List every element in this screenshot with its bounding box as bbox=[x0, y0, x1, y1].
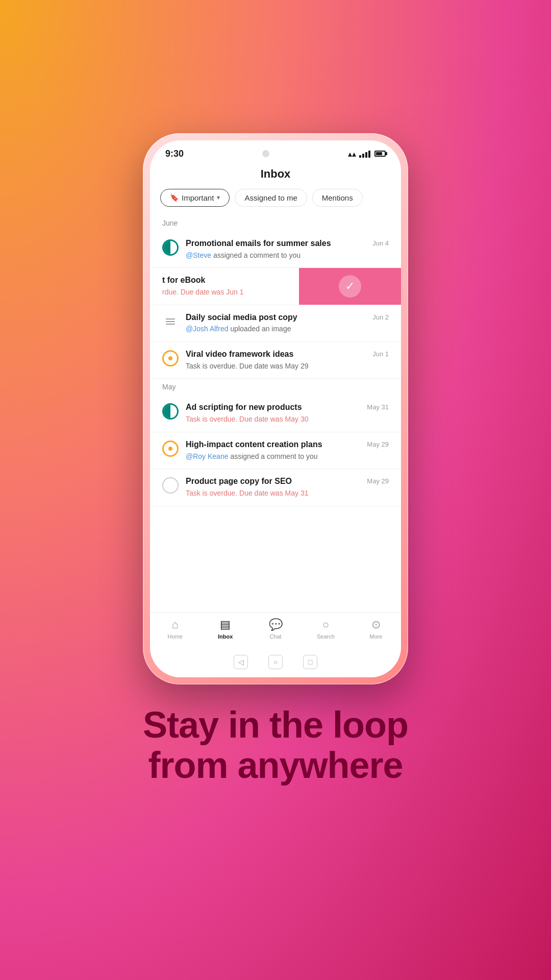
wifi-icon: ▴▴ bbox=[348, 149, 356, 159]
tab-important[interactable]: 🔖 Important ▾ bbox=[160, 189, 230, 207]
item-subtitle: Task is overdue. Due date was May 29 bbox=[186, 361, 367, 372]
task-icon-teal bbox=[162, 403, 179, 420]
list-item[interactable]: Viral video framework ideas Task is over… bbox=[150, 342, 401, 379]
item-subtitle: @Josh Alfred uploaded an image bbox=[186, 324, 367, 334]
overdue-text: Task is overdue. Due date was May 31 bbox=[186, 489, 308, 497]
nav-search[interactable]: ○ Search bbox=[300, 618, 350, 640]
mention-josh: @Josh Alfred bbox=[186, 325, 228, 333]
item-subtitle: @Steve assigned a comment to you bbox=[186, 251, 367, 261]
task-icon-teal bbox=[162, 239, 179, 256]
item-content: Promotional emails for summer sales @Ste… bbox=[186, 238, 367, 260]
item-title: Promotional emails for summer sales bbox=[186, 238, 367, 249]
signal-icon bbox=[359, 150, 370, 158]
item-content: Product page copy for SEO Task is overdu… bbox=[186, 476, 362, 498]
home-button[interactable]: ○ bbox=[268, 655, 283, 669]
tab-important-label: Important bbox=[182, 193, 214, 202]
nav-chat-label: Chat bbox=[269, 633, 281, 640]
battery-icon bbox=[374, 151, 386, 157]
bottom-navigation: ⌂ Home ▤ Inbox 💬 Chat ○ Search ⊙ More bbox=[150, 612, 401, 650]
phone-screen: 9:30 ▴▴ bbox=[150, 140, 401, 677]
mention-roy: @Roy Keane bbox=[186, 452, 228, 460]
overdue-text: Task is overdue. Due date was May 29 bbox=[186, 362, 308, 370]
list-item[interactable]: Product page copy for SEO Task is overdu… bbox=[150, 469, 401, 506]
chat-icon: 💬 bbox=[269, 618, 283, 631]
task-icon-empty bbox=[162, 477, 179, 494]
task-icon-yellow bbox=[162, 440, 179, 457]
search-icon: ○ bbox=[322, 618, 329, 631]
list-item[interactable]: t for eBook rdue. Due date was Jun 1 Jun… bbox=[150, 268, 401, 305]
item-content: Ad scripting for new products Task is ov… bbox=[186, 402, 362, 424]
item-title: Viral video framework ideas bbox=[186, 349, 367, 360]
nav-inbox-label: Inbox bbox=[218, 633, 233, 640]
gesture-nav-bar: ◁ ○ □ bbox=[150, 650, 401, 677]
nav-chat[interactable]: 💬 Chat bbox=[251, 618, 300, 640]
item-title: High-impact content creation plans bbox=[186, 439, 362, 450]
section-may: May bbox=[150, 379, 401, 395]
task-icon-yellow bbox=[162, 350, 179, 366]
back-button[interactable]: ◁ bbox=[234, 655, 248, 669]
tab-assigned-label: Assigned to me bbox=[244, 193, 297, 202]
nav-more-label: More bbox=[369, 633, 382, 640]
tab-mentions-label: Mentions bbox=[322, 193, 353, 202]
task-icon-list bbox=[162, 313, 179, 330]
marketing-line1: Stay in the loop bbox=[143, 704, 408, 745]
filter-tabs: 🔖 Important ▾ Assigned to me Mentions bbox=[150, 189, 401, 215]
more-icon: ⊙ bbox=[371, 618, 381, 631]
item-date: May 29 bbox=[367, 477, 389, 485]
recents-button[interactable]: □ bbox=[303, 655, 317, 669]
bookmark-icon: 🔖 bbox=[170, 193, 179, 202]
nav-more[interactable]: ⊙ More bbox=[351, 618, 401, 640]
item-date: Jun 2 bbox=[372, 313, 389, 321]
mention-steve: @Steve bbox=[186, 251, 211, 259]
marketing-line2: from anywhere bbox=[148, 745, 403, 786]
item-title: Product page copy for SEO bbox=[186, 476, 362, 487]
nav-inbox[interactable]: ▤ Inbox bbox=[200, 618, 250, 640]
item-content: High-impact content creation plans @Roy … bbox=[186, 439, 362, 461]
list-item[interactable]: Daily social media post copy @Josh Alfre… bbox=[150, 305, 401, 342]
status-time: 9:30 bbox=[165, 149, 184, 159]
page-title: Inbox bbox=[261, 167, 291, 180]
list-item[interactable]: Ad scripting for new products Task is ov… bbox=[150, 395, 401, 432]
marketing-section: Stay in the loop from anywhere bbox=[102, 705, 449, 786]
item-subtitle: Task is overdue. Due date was May 30 bbox=[186, 414, 362, 425]
item-title: Daily social media post copy bbox=[186, 312, 367, 323]
item-subtitle-text: assigned a comment to you bbox=[230, 452, 317, 460]
item-content: Daily social media post copy @Josh Alfre… bbox=[186, 312, 367, 334]
complete-button[interactable]: ✓ bbox=[339, 275, 361, 298]
chevron-down-icon: ▾ bbox=[217, 194, 220, 201]
item-subtitle: @Roy Keane assigned a comment to you bbox=[186, 452, 362, 462]
overdue-text: Task is overdue. Due date was May 30 bbox=[186, 415, 308, 423]
nav-home[interactable]: ⌂ Home bbox=[150, 618, 200, 640]
section-june: June bbox=[150, 215, 401, 231]
marketing-headline: Stay in the loop from anywhere bbox=[143, 705, 408, 786]
item-date: May 31 bbox=[367, 403, 389, 411]
check-icon: ✓ bbox=[345, 280, 355, 293]
phone-outer-shell: 9:30 ▴▴ bbox=[143, 133, 408, 684]
header: Inbox bbox=[150, 163, 401, 189]
list-item[interactable]: Promotional emails for summer sales @Ste… bbox=[150, 231, 401, 268]
nav-home-label: Home bbox=[168, 633, 183, 640]
tab-mentions[interactable]: Mentions bbox=[312, 189, 363, 207]
camera-dot bbox=[262, 150, 269, 157]
item-subtitle-text: uploaded an image bbox=[230, 325, 291, 333]
item-date: May 29 bbox=[367, 440, 389, 448]
phone-device: 9:30 ▴▴ bbox=[143, 133, 408, 684]
nav-search-label: Search bbox=[317, 633, 335, 640]
swipe-complete-action[interactable]: ✓ bbox=[299, 268, 401, 304]
list-lines-icon bbox=[165, 317, 176, 326]
item-subtitle: Task is overdue. Due date was May 31 bbox=[186, 488, 362, 499]
item-date: Jun 4 bbox=[372, 239, 389, 247]
inbox-icon: ▤ bbox=[220, 618, 231, 631]
status-bar: 9:30 ▴▴ bbox=[150, 140, 401, 163]
status-icons: ▴▴ bbox=[348, 149, 386, 159]
inbox-scroll[interactable]: June Promotional emails for summer sales… bbox=[150, 215, 401, 612]
item-title: Ad scripting for new products bbox=[186, 402, 362, 413]
item-subtitle-text: assigned a comment to you bbox=[213, 251, 300, 259]
item-date: Jun 1 bbox=[372, 350, 389, 358]
item-content: Viral video framework ideas Task is over… bbox=[186, 349, 367, 371]
tab-assigned[interactable]: Assigned to me bbox=[235, 189, 307, 207]
home-icon: ⌂ bbox=[172, 618, 179, 631]
list-item[interactable]: High-impact content creation plans @Roy … bbox=[150, 432, 401, 469]
